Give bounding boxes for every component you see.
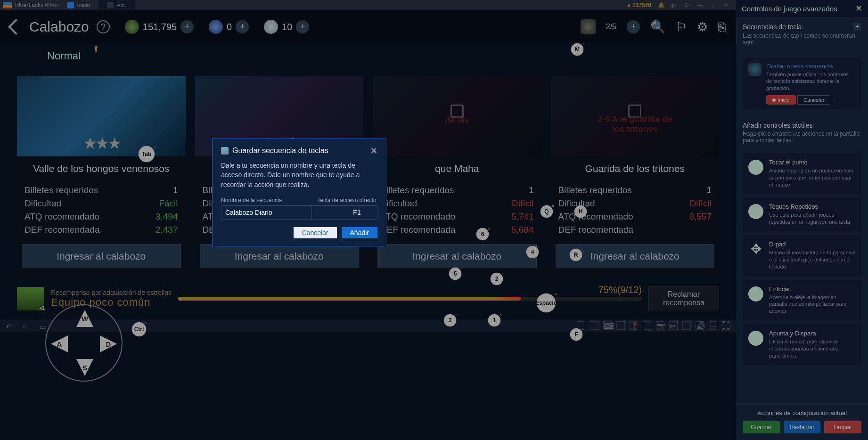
dungeon-card: ★★★ Valle de los hongos venenosos Billet…	[17, 76, 186, 275]
control-type-icon	[748, 286, 763, 301]
skull-icon[interactable]	[581, 19, 596, 34]
save-config-button[interactable]: Guardar	[743, 421, 780, 433]
home-icon	[67, 2, 74, 8]
add-quest-button[interactable]: +	[627, 20, 640, 33]
dpad-d-key[interactable]: D	[100, 335, 117, 352]
key-overlay-6[interactable]: 6×	[476, 228, 489, 240]
progress-bar: 75%(9/12)	[178, 297, 642, 301]
enter-dungeon-button[interactable]: Ingresar al calabozo	[22, 244, 181, 268]
key-overlay-tab[interactable]: Tab×	[139, 146, 155, 162]
camera-icon[interactable]: 📷	[656, 321, 664, 330]
toolbar-icon[interactable]	[682, 321, 691, 330]
control-type-item[interactable]: Tocar el punto Asigna tapping en un punt…	[743, 153, 861, 194]
control-type-list: Tocar el punto Asigna tapping en un punt…	[736, 149, 868, 404]
record-sequence-link[interactable]: Grabar nueva secuencia	[766, 63, 856, 70]
enter-dungeon-button[interactable]: Ingresar al calabozo	[200, 244, 359, 268]
search-icon[interactable]: 🔍	[650, 20, 665, 34]
key-overlay-m[interactable]: M×	[571, 43, 583, 56]
volume-icon[interactable]: 🔊	[696, 321, 704, 330]
dpad-s-key[interactable]: S	[76, 359, 93, 376]
stat-def: 5,684	[511, 225, 534, 235]
save-sequence-modal: Guardar secuencia de teclas✕ Dale a tu s…	[212, 139, 386, 246]
dungeon-image: de las	[373, 76, 541, 156]
scissors-icon[interactable]: ✂	[669, 321, 678, 330]
back-chevron-icon[interactable]	[8, 19, 24, 35]
key-overlay-4[interactable]: 4×	[526, 246, 539, 258]
stat-billetes: 1	[706, 185, 712, 196]
control-type-title: Enfocar	[769, 285, 856, 293]
clear-config-button[interactable]: Limpiar	[824, 421, 861, 433]
sequence-key-input[interactable]	[312, 206, 402, 219]
key-overlay-1[interactable]: 1×	[488, 314, 500, 326]
claim-reward-button[interactable]: Reclamar recompensa	[648, 286, 719, 311]
lock-text: de las	[445, 115, 469, 125]
toolbar-icon[interactable]	[616, 321, 625, 330]
gear-icon[interactable]: ⚙	[684, 2, 691, 8]
mission-icon[interactable]: ⚐	[676, 20, 687, 34]
more-icon[interactable]: ⋯	[709, 321, 717, 330]
add-diamond-button[interactable]: +	[296, 20, 309, 33]
toolbar-icon[interactable]	[643, 321, 651, 330]
minimize-icon[interactable]: —	[697, 2, 704, 8]
close-icon[interactable]: ✕	[724, 2, 730, 8]
fullscreen-icon[interactable]: ⛶	[722, 321, 730, 330]
user-icon[interactable]: ◐	[671, 2, 678, 8]
record-cancel-button[interactable]: Cancelar	[797, 95, 830, 105]
help-icon[interactable]: ?	[97, 20, 110, 33]
key-overlay-5[interactable]: 5×	[449, 268, 461, 280]
add-gem-button[interactable]: +	[236, 20, 249, 33]
tab-axe[interactable]: AxE	[98, 0, 135, 10]
control-type-item[interactable]: Toques Repetidos Use esto para añadir to…	[743, 197, 861, 231]
keyboard-icon[interactable]: ⌨	[603, 321, 612, 330]
key-overlay-esp[interactable]: Espacio×	[537, 293, 556, 312]
key-overlay-q[interactable]: Q×	[540, 205, 553, 218]
control-type-item[interactable]: Apunta y Dispara Utiliza el mouse para d…	[743, 324, 861, 365]
control-type-item[interactable]: Enfocar Acerque o aleje la imagen en pan…	[743, 280, 861, 321]
key-overlay-f[interactable]: F×	[570, 328, 582, 341]
alert-icon	[93, 46, 99, 57]
key-overlay-2[interactable]: 2×	[491, 273, 503, 285]
panel-close-icon[interactable]: ✕	[855, 3, 862, 14]
quest-count: 2/5	[606, 23, 616, 31]
page-title: Calabozo	[29, 19, 89, 35]
control-type-item[interactable]: D-pad Mapea el movimiento de tu personaj…	[743, 235, 861, 276]
advanced-controls-panel: Controles de juego avanzados✕ Secuencias…	[736, 0, 868, 440]
control-type-icon	[748, 331, 763, 346]
record-start-button[interactable]: Inicio	[766, 95, 796, 105]
add-gold-button[interactable]: +	[180, 20, 194, 33]
maximize-icon[interactable]: □	[711, 2, 717, 8]
key-overlay-ctrl[interactable]: Ctrl×	[132, 322, 146, 336]
modal-label-key: Tecla de acceso directo	[317, 197, 377, 204]
enter-dungeon-button[interactable]: Ingresar al calabozo	[377, 244, 537, 268]
tab-home[interactable]: Inicio	[59, 0, 98, 10]
gem-count: 0	[227, 22, 232, 33]
toolbar-icon[interactable]	[590, 321, 598, 330]
key-overlay-3[interactable]: 3×	[444, 314, 456, 326]
home-icon[interactable]: ○	[23, 322, 31, 329]
bell-icon[interactable]: 🔔	[658, 2, 664, 8]
dpad-overlay[interactable]: W A S D	[45, 304, 123, 382]
lock-text: 2-6 A la guarida de los tritones	[598, 114, 672, 134]
recents-icon[interactable]: ▭	[40, 322, 48, 329]
settings-icon[interactable]: ⚙	[697, 20, 708, 34]
sequence-name-input[interactable]	[221, 206, 312, 219]
restore-config-button[interactable]: Restaurar	[784, 421, 821, 433]
dpad-w-key[interactable]: W	[76, 310, 93, 327]
stat-atq: 8,557	[689, 212, 712, 222]
control-type-desc: Use esto para añadir toques repetidos en…	[769, 212, 856, 226]
add-sequence-button[interactable]: +	[853, 23, 861, 31]
modal-close-icon[interactable]: ✕	[370, 146, 377, 156]
tab-normal[interactable]: Normal	[28, 50, 99, 62]
modal-cancel-button[interactable]: Cancelar	[294, 227, 337, 238]
gem-icon	[209, 20, 223, 34]
key-overlay-r[interactable]: R×	[570, 249, 582, 261]
location-icon[interactable]: 📍	[630, 321, 638, 330]
back-icon[interactable]: ↶	[6, 322, 14, 329]
control-type-icon	[748, 160, 763, 175]
dpad-a-key[interactable]: A	[51, 335, 68, 352]
key-overlay-h[interactable]: H×	[574, 205, 587, 218]
modal-add-button[interactable]: Añadir	[342, 227, 377, 238]
exit-icon[interactable]: ⎘	[718, 20, 726, 34]
panel-title: Controles de juego avanzados	[742, 5, 837, 13]
wand-icon	[748, 63, 762, 76]
